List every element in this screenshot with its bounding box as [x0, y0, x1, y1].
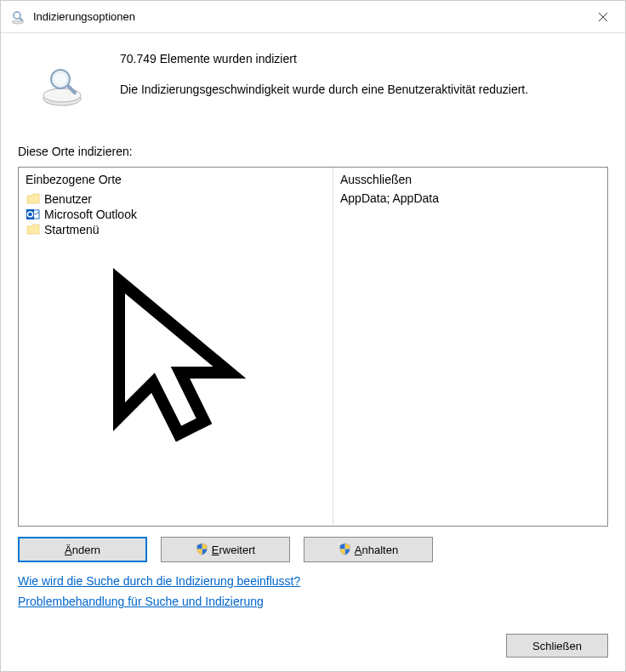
help-link-troubleshoot[interactable]: Problembehandlung für Suche und Indizier… [18, 595, 608, 608]
list-item[interactable]: Benutzer [26, 191, 326, 207]
item-label: Microsoft Outlook [44, 208, 137, 221]
indexed-status: Die Indizierungsgeschwindigkeit wurde du… [120, 83, 600, 96]
excluded-column: Ausschließen AppData; AppData [333, 168, 607, 526]
included-column: Einbezogene Orte Benutzer [19, 168, 333, 526]
folder-icon [26, 192, 41, 206]
titlebar: Indizierungsoptionen [1, 1, 625, 33]
indexing-icon [9, 9, 26, 26]
main-content: Diese Orte indizieren: Einbezogene Orte … [1, 128, 625, 624]
svg-point-2 [12, 20, 24, 24]
advanced-button[interactable]: Erweitert [161, 537, 290, 562]
shield-icon [339, 543, 352, 556]
shield-icon [196, 543, 209, 556]
svg-point-0 [14, 12, 20, 19]
close-button[interactable]: Schließen [506, 634, 608, 658]
pause-button[interactable]: Anhalten [304, 537, 433, 562]
indexing-options-window: Indizierungsoptionen 70.749 Elemente wur… [0, 0, 626, 672]
footer: Schließen [1, 624, 625, 671]
item-label: Benutzer [44, 192, 92, 206]
window-title: Indizierungsoptionen [33, 10, 581, 23]
button-row: Ändern Erweitert [18, 537, 608, 562]
svg-point-6 [43, 88, 81, 102]
indexed-count: 70.749 Elemente wurden indiziert [120, 52, 600, 65]
status-text: 70.749 Elemente wurden indiziert Die Ind… [120, 50, 600, 96]
help-link-how[interactable]: Wie wird die Suche durch die Indizierung… [18, 574, 608, 588]
locations-label: Diese Orte indizieren: [18, 145, 608, 158]
help-links: Wie wird die Suche durch die Indizierung… [18, 574, 608, 615]
folder-icon [26, 223, 41, 236]
status-header: 70.749 Elemente wurden indiziert Die Ind… [1, 33, 625, 128]
included-header: Einbezogene Orte [26, 173, 326, 186]
svg-point-8 [54, 73, 66, 85]
outlook-icon [26, 208, 41, 221]
close-icon[interactable] [581, 1, 625, 33]
item-label: Startmenü [44, 223, 100, 236]
list-item[interactable]: Startmenü [26, 222, 326, 237]
locations-table: Einbezogene Orte Benutzer [18, 167, 608, 527]
modify-button[interactable]: Ändern [18, 537, 147, 562]
drive-search-icon [39, 64, 86, 111]
exclude-value: AppData; AppData [340, 191, 600, 205]
excluded-header: Ausschließen [340, 173, 600, 186]
list-item[interactable]: Microsoft Outlook [26, 207, 326, 222]
